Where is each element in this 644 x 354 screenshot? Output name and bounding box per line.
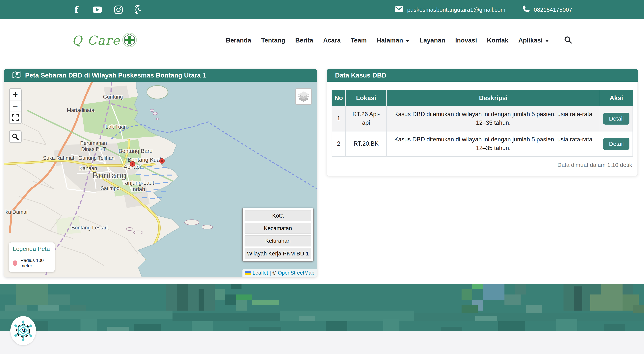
map-label: Bontang Baru — [118, 148, 152, 154]
search-icon[interactable] — [564, 36, 572, 45]
leaflet-link[interactable]: Leaflet — [252, 270, 268, 276]
youtube-icon[interactable] — [93, 5, 102, 14]
nav-item-halaman[interactable]: Halaman — [376, 37, 410, 44]
col-header-no: No — [332, 90, 346, 106]
medical-cross-logo-icon — [122, 32, 137, 48]
chevron-down-icon — [406, 40, 410, 42]
whatsapp-icon[interactable] — [135, 5, 144, 14]
nav-item-kontak[interactable]: Kontak — [487, 37, 508, 44]
map-layer-buttons: Kota Kecamatan Kelurahan Wilayah Kerja P… — [242, 208, 314, 262]
main-nav: Beranda Tentang Berita Acara Team Halama… — [226, 36, 572, 45]
table-row: 2 RT.20.BK Kasus DBD ditemukan di wilaya… — [332, 131, 633, 157]
nav-item-acara[interactable]: Acara — [323, 37, 341, 44]
nav-item-team[interactable]: Team — [351, 37, 367, 44]
navbar: Q Care Beranda Tentang Berita Acara Team… — [0, 19, 644, 61]
cell-deskripsi: Kasus DBD ditemukan di wilayah ini denga… — [386, 106, 600, 131]
instagram-icon[interactable] — [114, 5, 123, 14]
cell-no: 2 — [332, 131, 346, 157]
map-label: Dinas PKT — [81, 146, 106, 152]
map-label: Guntung — [103, 94, 123, 100]
layer-button-wilayah-kerja[interactable]: Wilayah Kerja PKM BU 1 — [244, 248, 311, 259]
legend-title: Legenda Peta — [13, 245, 51, 252]
col-header-lokasi: Lokasi — [346, 90, 386, 106]
layer-button-kelurahan[interactable]: Kelurahan — [244, 235, 311, 246]
col-header-aksi: Aksi — [600, 90, 633, 106]
map-zoom-control: + − — [9, 88, 22, 124]
nav-item-beranda[interactable]: Beranda — [226, 37, 251, 44]
load-time-note: Data dimuat dalam 1.10 detik — [332, 162, 633, 168]
email-contact[interactable]: puskesmasbontangutara1@gmail.com — [395, 6, 505, 13]
phone-icon — [523, 5, 530, 14]
cell-lokasi: RT.20.BK — [346, 131, 386, 157]
map-panel-header: Peta Sebaran DBD di Wilayah Puskesmas Bo… — [4, 69, 317, 82]
radius-dot-icon — [13, 260, 17, 266]
svg-text:AI: AI — [22, 329, 25, 333]
map-attribution: Leaflet | © OpenStreetMap — [242, 269, 317, 277]
ukraine-flag-icon — [245, 270, 251, 276]
email-text: puskesmasbontangutara1@gmail.com — [407, 6, 505, 13]
data-panel-body: No Lokasi Deskripsi Aksi 1 RT.26 Api-api… — [327, 82, 638, 172]
nav-item-layanan[interactable]: Layanan — [420, 37, 445, 44]
social-links: f — [72, 5, 144, 14]
nav-item-berita[interactable]: Berita — [295, 37, 313, 44]
topbar: f puskesmasbontangutara1@gmail.com 08215… — [0, 0, 644, 19]
data-panel-header: Data Kasus DBD — [326, 69, 638, 82]
cell-deskripsi: Kasus DBD ditemukan di wilayah ini denga… — [386, 131, 600, 157]
nav-item-aplikasi[interactable]: Aplikasi — [518, 37, 549, 44]
case-marker[interactable] — [160, 159, 164, 164]
map-legend: Legenda Peta Radius 100 meter — [9, 242, 55, 272]
osm-link[interactable]: OpenStreetMap — [278, 270, 314, 276]
cases-table: No Lokasi Deskripsi Aksi 1 RT.26 Api-api… — [332, 90, 633, 157]
cell-no: 1 — [332, 106, 346, 131]
map-label: ka Damai — [6, 209, 28, 215]
legend-item-label: Radius 100 meter — [20, 258, 51, 268]
case-marker[interactable] — [130, 162, 135, 167]
footer-bottom-strip — [0, 331, 644, 354]
col-header-deskripsi: Deskripsi — [386, 90, 600, 106]
layer-button-kecamatan[interactable]: Kecamatan — [244, 223, 311, 234]
facebook-icon[interactable]: f — [72, 5, 81, 14]
leaflet-map[interactable]: Guntung Martadinata Lok Tuan Suka Rahmat… — [4, 82, 317, 277]
map-label: Perumahan — [80, 140, 107, 146]
map-label: Satimpo — [100, 185, 120, 191]
detail-button[interactable]: Detail — [603, 138, 630, 150]
map-label: Kanaan — [79, 166, 97, 171]
zoom-in-button[interactable]: + — [10, 89, 21, 100]
map-label: Bontang Lestari — [71, 225, 108, 231]
table-row: 1 RT.26 Api-api Kasus DBD ditemukan di w… — [332, 106, 633, 131]
map-search-button[interactable] — [9, 130, 22, 143]
map-label: Gunung Telihan — [78, 155, 114, 161]
detail-button[interactable]: Detail — [603, 113, 630, 125]
zoom-out-button[interactable]: − — [10, 100, 21, 112]
footer-pixel-art — [0, 284, 644, 331]
map-panel: Peta Sebaran DBD di Wilayah Puskesmas Bo… — [4, 69, 317, 277]
envelope-icon — [395, 6, 403, 13]
map-panel-title: Peta Sebaran DBD di Wilayah Puskesmas Bo… — [25, 72, 206, 79]
ai-chip-logo[interactable]: AI — [10, 316, 36, 345]
topbar-contacts: puskesmasbontangutara1@gmail.com 0821541… — [395, 5, 572, 14]
map-marked-icon — [12, 71, 21, 80]
legend-item: Radius 100 meter — [13, 258, 51, 268]
cell-lokasi: RT.26 Api-api — [346, 106, 386, 131]
map-label: Tanjung Laut — [122, 180, 154, 186]
map-label: Suka Rahmat — [43, 155, 74, 161]
map-label: Bontang — [92, 171, 127, 180]
nav-item-inovasi[interactable]: Inovasi — [455, 37, 477, 44]
map-label: Martadinata — [67, 107, 94, 113]
logo-text: Q Care — [72, 33, 120, 47]
layer-button-kota[interactable]: Kota — [244, 210, 311, 221]
data-panel: Data Kasus DBD No Lokasi Deskripsi Aksi … — [326, 69, 638, 176]
phone-text: 082154175007 — [534, 6, 572, 13]
map-label: Lok Tuan — [106, 124, 127, 130]
layers-control-button[interactable] — [295, 88, 312, 105]
map-label: Indah — [131, 186, 145, 192]
phone-contact[interactable]: 082154175007 — [523, 5, 572, 14]
chevron-down-icon — [545, 40, 549, 42]
nav-item-tentang[interactable]: Tentang — [261, 37, 285, 44]
site-logo[interactable]: Q Care — [72, 32, 137, 48]
data-panel-title: Data Kasus DBD — [335, 72, 386, 79]
fullscreen-button[interactable] — [10, 112, 21, 123]
